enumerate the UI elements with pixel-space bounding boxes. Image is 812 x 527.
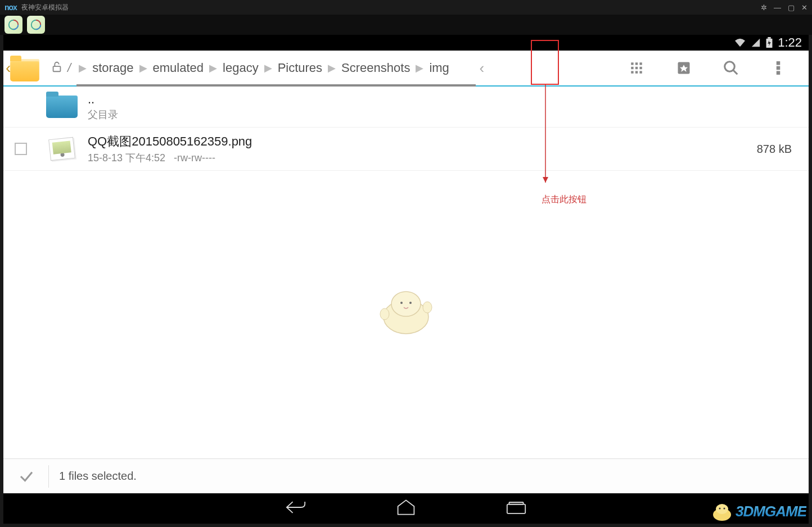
breadcrumb-item[interactable]: storage [92, 61, 133, 75]
maximize-icon[interactable]: ▢ [788, 3, 795, 12]
breadcrumb-item[interactable]: Pictures [278, 61, 322, 75]
annotation-label: 点击此按钮 [542, 194, 587, 206]
file-row[interactable]: QQ截图20150805162359.png 15-8-13 下午4:52 -r… [3, 128, 809, 171]
svg-point-21 [391, 292, 421, 316]
unlock-icon[interactable] [51, 61, 63, 75]
file-meta: 父目录 [88, 108, 797, 121]
file-name: QQ截图20150805162359.png [88, 133, 757, 150]
svg-point-25 [423, 302, 432, 313]
nav-recent-button[interactable] [506, 500, 526, 517]
svg-rect-3 [768, 37, 770, 39]
svg-rect-27 [509, 502, 523, 505]
overflow-menu-button[interactable] [763, 54, 794, 81]
breadcrumb: ▶ storage ▶ emulated ▶ legacy ▶ Pictures… [73, 61, 449, 75]
parent-dir-row[interactable]: .. 父目录 [3, 87, 809, 128]
chevron-right-icon: ▶ [79, 62, 87, 74]
svg-rect-11 [631, 71, 633, 73]
chevron-right-icon: ▶ [139, 62, 147, 74]
svg-rect-19 [777, 71, 781, 75]
settings-icon[interactable]: ✲ [761, 3, 767, 12]
file-size: 878 kB [757, 143, 792, 156]
android-status-bar: 1:22 [3, 35, 809, 51]
watermark-text: 3DMGAME [736, 503, 806, 520]
android-screen: 1:22 ‹ / ▶ storage ▶ emulated ▶ legacy ▶… [3, 35, 809, 524]
chevron-right-icon: ▶ [264, 62, 272, 74]
svg-point-31 [719, 508, 721, 510]
status-time: 1:22 [778, 35, 802, 50]
svg-point-22 [400, 302, 403, 304]
svg-rect-18 [777, 66, 781, 70]
confirm-selection-button[interactable] [17, 467, 36, 486]
file-meta: 15-8-13 下午4:52 -rw-rw---- [88, 151, 757, 165]
nox-logo: nox [4, 3, 17, 12]
svg-rect-4 [53, 66, 61, 71]
minimize-icon[interactable]: — [774, 3, 781, 12]
svg-rect-26 [507, 505, 525, 514]
file-checkbox[interactable] [15, 143, 27, 155]
close-icon[interactable]: ✕ [801, 3, 808, 12]
wifi-icon [734, 38, 746, 48]
selection-count-text: 1 files selected. [59, 470, 137, 483]
nav-back-button[interactable] [286, 499, 306, 517]
svg-rect-12 [635, 71, 638, 73]
emulator-title: 夜神安卓模拟器 [21, 3, 69, 12]
svg-rect-5 [631, 62, 633, 65]
bookmark-button[interactable] [668, 54, 700, 81]
android-nav-bar [3, 493, 809, 524]
emulator-titlebar: nox 夜神安卓模拟器 ✲ — ▢ ✕ [0, 0, 812, 15]
svg-rect-10 [639, 67, 642, 69]
app-action-bar: ‹ / ▶ storage ▶ emulated ▶ legacy ▶ Pict… [3, 51, 809, 87]
divider [48, 465, 49, 488]
svg-point-30 [716, 504, 728, 514]
chevron-right-icon: ▶ [209, 62, 217, 74]
svg-rect-13 [639, 71, 642, 73]
breadcrumb-item[interactable]: emulated [153, 61, 204, 75]
breadcrumb-back-button[interactable]: ‹ [466, 54, 498, 81]
watermark-logo: 3DMGAME [711, 501, 806, 521]
image-file-icon [46, 136, 78, 162]
breadcrumb-item[interactable]: Screenshots [341, 61, 410, 75]
selection-bar: 1 files selected. [3, 458, 809, 493]
breadcrumb-root[interactable]: / [67, 61, 71, 75]
folder-icon [46, 94, 78, 120]
svg-point-23 [409, 302, 412, 304]
view-mode-button[interactable] [621, 54, 652, 81]
signal-icon [751, 38, 761, 48]
svg-rect-7 [639, 62, 642, 65]
emulator-toolbar [0, 15, 812, 35]
toolbar-app-icon-1[interactable] [4, 16, 22, 34]
svg-point-15 [725, 62, 735, 72]
search-button[interactable] [715, 54, 747, 81]
svg-point-24 [380, 308, 389, 320]
svg-point-32 [724, 508, 725, 510]
svg-rect-6 [635, 62, 638, 65]
nav-home-button[interactable] [396, 499, 416, 518]
breadcrumb-item[interactable]: legacy [223, 61, 259, 75]
home-folder-button[interactable]: ‹ [10, 54, 42, 81]
svg-rect-8 [631, 67, 633, 69]
file-name: .. [88, 92, 797, 107]
toolbar-app-icon-2[interactable] [27, 16, 45, 34]
battery-icon [765, 37, 773, 48]
file-list: .. 父目录 QQ截图20150805162359.png 15-8-13 下午… [3, 87, 809, 458]
breadcrumb-item[interactable]: img [429, 61, 449, 75]
mascot-watermark [372, 286, 440, 339]
svg-line-16 [733, 70, 738, 75]
chevron-right-icon: ▶ [328, 62, 336, 74]
chevron-right-icon: ▶ [416, 62, 423, 74]
svg-rect-9 [635, 67, 638, 69]
svg-rect-17 [777, 61, 781, 65]
